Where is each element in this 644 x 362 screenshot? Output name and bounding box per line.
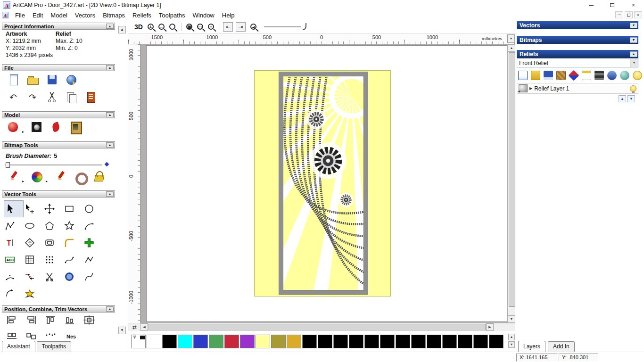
create-polyline-icon[interactable] <box>4 217 24 234</box>
palette-swatch[interactable] <box>349 335 363 348</box>
tab-assistant[interactable]: Assistant <box>2 341 35 352</box>
save-model-icon[interactable] <box>45 73 58 86</box>
cut-icon[interactable] <box>45 90 58 104</box>
vertical-scrollbar[interactable]: ▲ ▼ <box>508 44 515 323</box>
panel-scroll-up-button[interactable]: ▲ <box>118 26 126 33</box>
block-paste-icon[interactable] <box>83 234 103 251</box>
trim-vectors-icon[interactable] <box>43 268 63 285</box>
maximize-button[interactable] <box>602 0 623 10</box>
menu-window[interactable]: Window <box>189 11 218 20</box>
dropdown-arrow-icon[interactable]: ▼ <box>630 59 638 67</box>
menu-model[interactable]: Model <box>47 11 71 20</box>
zoom-in-icon[interactable] <box>148 24 154 30</box>
menu-toolpaths[interactable]: Toolpaths <box>155 11 189 20</box>
align-bottom-icon[interactable] <box>64 315 76 325</box>
rollup-button[interactable]: ▲ <box>106 142 114 148</box>
minimize-button[interactable] <box>580 0 602 10</box>
redo-icon[interactable] <box>26 90 39 104</box>
menu-edit[interactable]: Edit <box>29 11 47 20</box>
line-smoothing-slider[interactable] <box>264 26 301 27</box>
create-text-icon[interactable]: T <box>4 234 24 251</box>
reliefs-section-header[interactable]: Reliefs ▲ <box>517 50 638 58</box>
palette-swatch[interactable] <box>271 335 286 348</box>
palette-scroll-down-button[interactable]: ▼ <box>508 341 515 348</box>
zoom-object-icon[interactable] <box>208 24 214 30</box>
palette-swatch[interactable] <box>364 335 379 348</box>
create-ellipse-icon[interactable] <box>24 217 43 234</box>
collapse-button[interactable]: ▲ <box>630 51 637 57</box>
paint-brush-icon[interactable] <box>54 170 67 183</box>
move-layer-down-button[interactable]: ▼ <box>627 95 635 102</box>
menu-reliefs[interactable]: Reliefs <box>129 11 155 20</box>
flood-fill-icon[interactable] <box>92 170 106 183</box>
palette-swatch[interactable] <box>411 335 426 348</box>
menu-file[interactable]: File <box>11 11 29 20</box>
notes-icon[interactable] <box>84 90 97 104</box>
menu-vectors[interactable]: Vectors <box>71 11 99 20</box>
rollup-button[interactable]: ▲ <box>106 24 114 29</box>
menu-help[interactable]: Help <box>218 11 239 20</box>
menu-bitmaps[interactable]: Bitmaps <box>99 11 129 20</box>
palette-scroll-up-button[interactable]: ▲ <box>508 334 515 340</box>
paste-relief-icon[interactable] <box>582 71 591 80</box>
tab-toolpaths[interactable]: Toolpaths <box>37 341 71 352</box>
ruler-units-dropdown-button[interactable]: ▼ <box>507 34 515 43</box>
rollup-button[interactable]: ▲ <box>106 112 114 117</box>
fit-curve-icon[interactable] <box>63 251 83 268</box>
move-layer-up-button[interactable]: ▲ <box>619 95 626 102</box>
wrap-text-icon[interactable] <box>24 234 43 251</box>
offset-vectors-icon[interactable] <box>43 234 63 251</box>
colour-swirl-icon[interactable] <box>30 170 43 183</box>
tab-layers[interactable]: Layers <box>518 341 545 352</box>
align-top-icon[interactable] <box>44 315 57 325</box>
paste-along-icon[interactable] <box>25 331 37 340</box>
sculpt-relief-icon[interactable] <box>569 70 579 81</box>
palette-swatch[interactable] <box>427 335 441 348</box>
align-right-icon[interactable] <box>25 315 37 325</box>
palette-swatch[interactable] <box>302 335 317 348</box>
create-polygon-icon[interactable] <box>43 217 63 234</box>
eraser-ring-icon[interactable] <box>73 170 86 183</box>
palette-swatch[interactable] <box>193 335 208 348</box>
palette-primary-swatch[interactable]: ✑ <box>131 335 146 348</box>
palette-swatch[interactable] <box>318 335 332 348</box>
flyout-arrow-icon[interactable]: ▸ <box>22 130 24 134</box>
scroll-left-button[interactable]: ◀ <box>140 323 148 331</box>
brush-diameter-slider[interactable] <box>5 162 102 168</box>
create-star-icon[interactable] <box>63 217 83 234</box>
greyscale-relief-icon[interactable] <box>594 71 604 80</box>
relief-preview-icon[interactable] <box>50 121 63 134</box>
tab-addin[interactable]: Add In <box>548 341 575 352</box>
toggle-visibility-icon[interactable] <box>633 71 642 80</box>
zoom-fit-icon[interactable] <box>186 24 192 30</box>
palette-swatch[interactable] <box>287 335 301 348</box>
rollup-button[interactable]: ▲ <box>106 191 114 197</box>
expand-layer-arrow-icon[interactable]: ▶ <box>529 86 532 90</box>
transfer-relief-icon[interactable] <box>607 71 617 80</box>
flyout-arrow-icon[interactable]: ▸ <box>22 179 24 183</box>
scroll-down-button[interactable]: ▼ <box>508 315 515 323</box>
door-artwork[interactable] <box>254 70 391 296</box>
text-abc-icon[interactable]: ABC <box>4 251 24 268</box>
palette-swatch[interactable] <box>473 335 488 348</box>
relief-layer-thumbnail-icon[interactable] <box>519 84 528 92</box>
bitmaps-section-header[interactable]: Bitmaps ▼ <box>517 36 638 44</box>
select-vectors-icon[interactable] <box>4 200 24 217</box>
zoom-out-icon[interactable] <box>158 24 165 30</box>
paste-icon[interactable] <box>65 90 78 104</box>
panel-scroll-down-button[interactable]: ▼ <box>118 327 126 334</box>
texture-relief-icon[interactable] <box>556 71 566 80</box>
expand-button[interactable]: ▼ <box>630 23 637 28</box>
palette-swatch[interactable] <box>178 335 192 348</box>
toggle-3d-view-button[interactable]: 3D <box>134 23 143 31</box>
fit-polyline-icon[interactable] <box>83 251 103 268</box>
palette-swatch[interactable] <box>380 335 395 348</box>
mirror-vectors-icon[interactable] <box>4 285 24 302</box>
nesting-label[interactable]: Nes <box>66 334 76 339</box>
smooth-relief-icon[interactable] <box>620 71 629 80</box>
palette-swatch[interactable] <box>256 335 270 348</box>
horizontal-scrollbar[interactable]: ⇄ ◀ ▶ <box>128 323 515 331</box>
slider-handle[interactable] <box>6 162 10 168</box>
palette-swatch[interactable] <box>396 335 410 348</box>
relief-layer-name[interactable]: Relief Layer 1 <box>534 85 628 92</box>
